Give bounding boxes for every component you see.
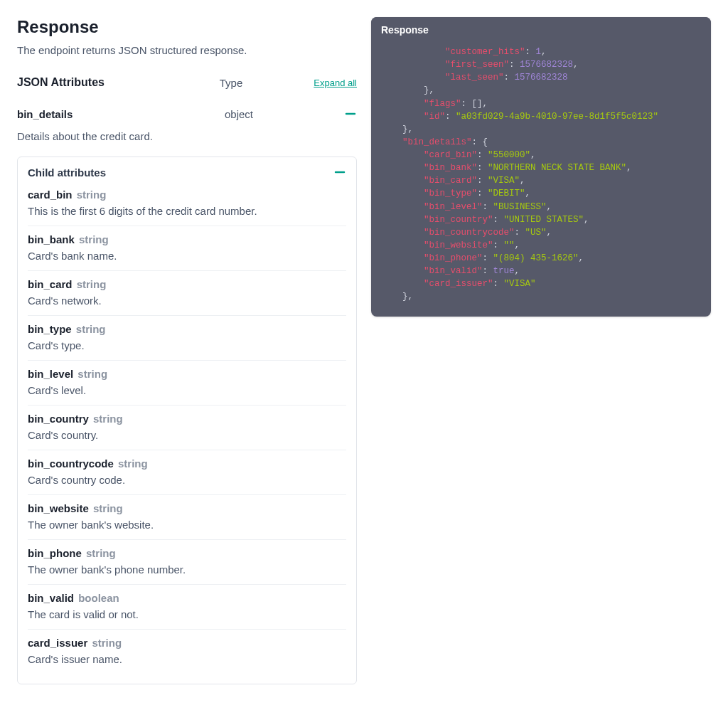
child-attribute-description: The owner bank's phone number. [28, 563, 346, 576]
collapse-icon[interactable] [344, 107, 357, 120]
child-attribute-name: bin_phone [28, 547, 82, 559]
child-attribute-description: Card's type. [28, 339, 346, 351]
child-attribute-row: bin_phone stringThe owner bank's phone n… [28, 539, 346, 584]
child-attribute-description: Card's network. [28, 295, 346, 307]
child-attribute-type: string [74, 278, 107, 290]
attribute-row-bin-details[interactable]: bin_details object [17, 96, 357, 126]
child-attribute-type: boolean [75, 592, 119, 604]
child-attribute-name: bin_type [28, 323, 72, 335]
child-attributes-box: Child attributes card_bin stringThis is … [17, 157, 357, 684]
child-attribute-description: The card is valid or not. [28, 608, 346, 620]
child-attribute-name: bin_website [28, 502, 89, 514]
child-attribute-description: Card's country. [28, 429, 346, 441]
child-attribute-name: bin_countrycode [28, 457, 114, 470]
child-attribute-type: string [75, 368, 107, 380]
response-code-panel: Response "customer_hits": 1, "first_seen… [371, 17, 711, 317]
child-attribute-row: bin_countrycode stringCard's country cod… [28, 450, 346, 494]
child-attribute-name: bin_level [28, 368, 73, 380]
attribute-type: object [225, 108, 253, 120]
child-attribute-description: Card's bank name. [28, 250, 346, 262]
child-attribute-row: bin_card stringCard's network. [28, 270, 346, 315]
child-attribute-type: string [90, 502, 123, 514]
child-attribute-row: bin_level stringCard's level. [28, 360, 346, 405]
child-attribute-type: string [76, 233, 109, 245]
child-attribute-description: Card's issuer name. [28, 653, 346, 665]
child-attribute-name: bin_card [28, 278, 73, 290]
expand-all-link[interactable]: Expand all [314, 78, 357, 88]
code-body: "customer_hits": 1, "first_seen": 157668… [371, 43, 711, 317]
child-attribute-row: bin_website stringThe owner bank's websi… [28, 494, 346, 539]
child-attribute-row: bin_valid booleanThe card is valid or no… [28, 584, 346, 629]
child-attribute-name: card_bin [28, 189, 73, 201]
child-attribute-type: string [115, 457, 148, 470]
child-attribute-name: bin_country [28, 413, 89, 425]
child-attributes-label: Child attributes [28, 166, 106, 179]
page-title: Response [17, 17, 357, 37]
attributes-label: JSON Attributes [17, 76, 105, 89]
type-column-label: Type [220, 77, 243, 89]
child-attribute-description: Card's country code. [28, 474, 346, 486]
child-attribute-description: The owner bank's website. [28, 519, 346, 531]
child-attribute-name: bin_valid [28, 592, 74, 604]
child-attribute-type: string [89, 637, 122, 649]
attribute-name: bin_details [17, 108, 73, 120]
child-attribute-row: bin_bank stringCard's bank name. [28, 226, 346, 270]
child-attribute-row: card_bin stringThis is the first 6 digit… [28, 187, 346, 226]
child-attribute-type: string [83, 547, 116, 559]
code-panel-title: Response [371, 17, 711, 43]
attribute-description: Details about the credit card. [17, 126, 357, 152]
child-attribute-description: This is the first 6 digits of the credit… [28, 205, 346, 217]
child-attribute-type: string [73, 323, 106, 335]
attributes-header: JSON Attributes Type Expand all [17, 76, 357, 96]
child-attribute-name: bin_bank [28, 233, 75, 245]
collapse-icon[interactable] [333, 166, 346, 179]
child-attribute-type: string [74, 189, 107, 201]
child-attributes-header[interactable]: Child attributes [28, 157, 346, 187]
child-attribute-row: bin_type stringCard's type. [28, 315, 346, 360]
intro-text: The endpoint returns JSON structured res… [17, 44, 357, 56]
child-attribute-name: card_issuer [28, 637, 87, 649]
child-attribute-description: Card's level. [28, 384, 346, 396]
child-attribute-row: card_issuer stringCard's issuer name. [28, 629, 346, 674]
child-attribute-row: bin_country stringCard's country. [28, 405, 346, 450]
child-attribute-type: string [90, 413, 123, 425]
